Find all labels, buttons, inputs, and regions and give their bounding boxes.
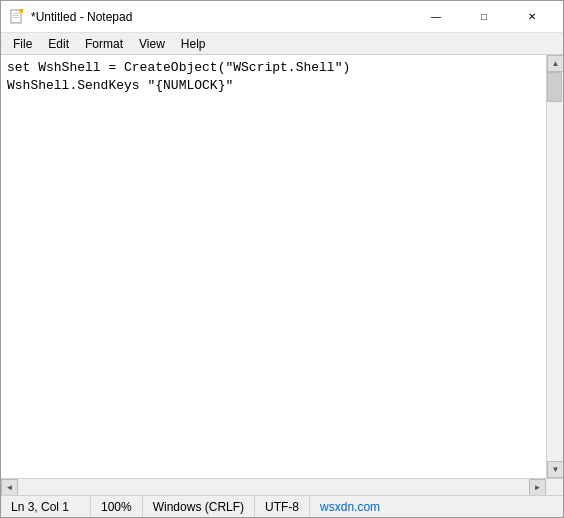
status-bar: Ln 3, Col 1 100% Windows (CRLF) UTF-8 ws… (1, 495, 563, 517)
menu-format[interactable]: Format (77, 33, 131, 54)
scroll-down-button[interactable]: ▼ (547, 461, 563, 478)
menu-help[interactable]: Help (173, 33, 214, 54)
status-cursor: Ln 3, Col 1 (1, 496, 91, 517)
status-branding: wsxdn.com (310, 496, 390, 517)
title-bar-left: *Untitled - Notepad (9, 9, 132, 25)
scroll-right-button[interactable]: ► (529, 479, 546, 496)
window-title: *Untitled - Notepad (31, 10, 132, 24)
editor-container: set WshShell = CreateObject("WScript.She… (1, 55, 563, 478)
status-zoom: 100% (91, 496, 143, 517)
menu-edit[interactable]: Edit (40, 33, 77, 54)
menu-bar: File Edit Format View Help (1, 33, 563, 55)
notepad-icon (9, 9, 25, 25)
scroll-thumb-v[interactable] (547, 72, 562, 102)
scroll-left-button[interactable]: ◄ (1, 479, 18, 496)
svg-rect-1 (13, 13, 19, 14)
text-editor[interactable]: set WshShell = CreateObject("WScript.She… (1, 55, 546, 478)
menu-file[interactable]: File (5, 33, 40, 54)
horizontal-scrollbar-container: ◄ ► (1, 478, 563, 495)
close-button[interactable]: ✕ (509, 1, 555, 33)
title-bar: *Untitled - Notepad — □ ✕ (1, 1, 563, 33)
menu-view[interactable]: View (131, 33, 173, 54)
maximize-button[interactable]: □ (461, 1, 507, 33)
title-bar-controls: — □ ✕ (413, 1, 555, 33)
notepad-window: *Untitled - Notepad — □ ✕ File Edit Form… (0, 0, 564, 518)
scroll-track-v[interactable] (547, 72, 563, 461)
minimize-button[interactable]: — (413, 1, 459, 33)
vertical-scrollbar: ▲ ▼ (546, 55, 563, 478)
scroll-up-button[interactable]: ▲ (547, 55, 563, 72)
scroll-track-h[interactable] (18, 479, 529, 495)
svg-rect-2 (13, 15, 19, 16)
horizontal-scrollbar: ◄ ► (1, 479, 546, 495)
svg-rect-3 (13, 17, 19, 18)
status-line-ending: Windows (CRLF) (143, 496, 255, 517)
status-encoding: UTF-8 (255, 496, 310, 517)
scrollbar-corner (546, 479, 563, 496)
